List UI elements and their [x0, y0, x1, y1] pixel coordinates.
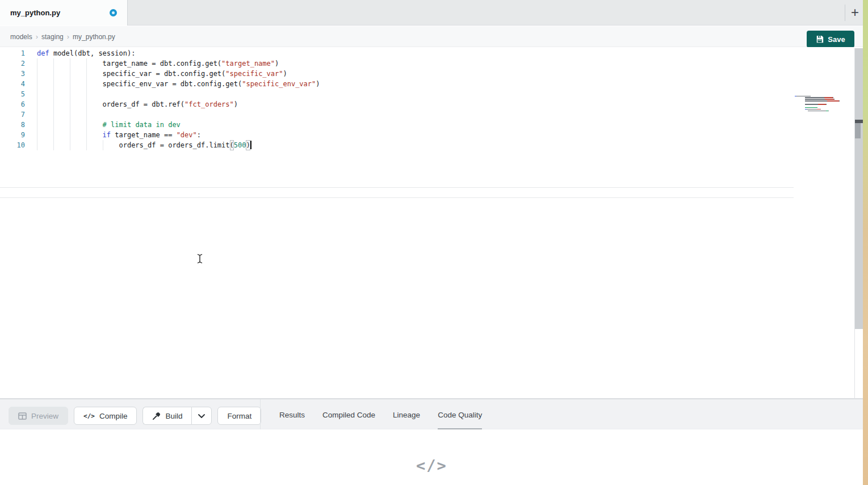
line-number: 7	[0, 109, 25, 120]
new-tab-button[interactable]: +	[848, 3, 862, 22]
indent-guides	[37, 58, 103, 69]
code-token: )	[316, 79, 320, 89]
code-line[interactable]: 8# limit data in dev	[0, 120, 320, 130]
breadcrumb-staging[interactable]: staging	[41, 33, 64, 41]
code-token: (	[230, 140, 234, 150]
line-number: 5	[0, 89, 25, 99]
code-token: "specific_var"	[225, 69, 283, 79]
code-area[interactable]: 1def model(dbt, session):2target_name = …	[0, 48, 320, 150]
minimap[interactable]	[795, 95, 852, 112]
toolbar-divider	[260, 399, 261, 429]
preview-button[interactable]: Preview	[9, 407, 68, 425]
code-token: def	[37, 48, 49, 58]
code-token: specific_env_var = dbt.config.get(	[103, 79, 242, 89]
ide-window: my_python.py + models › staging › my_pyt…	[0, 0, 868, 485]
line-number: 9	[0, 130, 25, 140]
code-line[interactable]: 2target_name = dbt.config.get("target_na…	[0, 58, 320, 69]
save-button[interactable]: Save	[807, 31, 854, 48]
scrollbar-thumb[interactable]	[855, 123, 861, 138]
line-number: 3	[0, 69, 25, 79]
indent-guides	[37, 69, 103, 79]
format-button-label: Format	[227, 412, 251, 420]
save-button-label: Save	[828, 35, 845, 44]
line-number: 6	[0, 99, 25, 109]
code-token: :	[197, 130, 201, 140]
code-token: "dev"	[177, 130, 197, 140]
code-token: 500	[234, 140, 246, 150]
line-number: 10	[0, 140, 25, 150]
code-token: "fct_orders"	[184, 99, 234, 109]
code-line[interactable]: 10orders_df = orders_df.limit(500)	[0, 140, 320, 150]
line-number: 8	[0, 120, 25, 130]
breadcrumb-models[interactable]: models	[10, 33, 32, 41]
panel-tab-lineage[interactable]: Lineage	[393, 399, 420, 430]
code-token: orders_df = dbt.ref(	[103, 99, 185, 109]
indent-guides	[37, 140, 119, 150]
build-button-label: Build	[165, 412, 182, 420]
build-split-button: Build	[142, 407, 212, 425]
compile-button-label: Compile	[99, 412, 128, 420]
indent-guides	[37, 99, 103, 109]
breadcrumb-file[interactable]: my_python.py	[73, 33, 115, 41]
code-editor[interactable]: 1def model(dbt, session):2target_name = …	[0, 47, 863, 399]
panel-tab-results[interactable]: Results	[279, 399, 305, 430]
toolbar-buttons: Preview </> Compile Build	[9, 407, 261, 425]
panel-tab-bar: ResultsCompiled CodeLineageCode Quality	[279, 399, 482, 430]
compile-button[interactable]: </> Compile	[74, 407, 137, 425]
chevron-down-icon	[198, 414, 205, 418]
floppy-disk-icon	[816, 35, 824, 43]
code-line[interactable]: 3specific_var = dbt.config.get("specific…	[0, 69, 320, 79]
results-panel: </>	[0, 429, 863, 485]
preview-button-label: Preview	[31, 412, 58, 420]
editor-scrollbar[interactable]	[855, 48, 863, 329]
text-caret	[250, 141, 251, 149]
code-line[interactable]: 1def model(dbt, session):	[0, 48, 320, 58]
panel-tab-code-quality[interactable]: Code Quality	[438, 399, 482, 430]
code-token: "specific_env_var"	[242, 79, 316, 89]
plus-icon: +	[851, 5, 859, 20]
unsaved-changes-indicator	[110, 9, 117, 16]
file-tab-bar: my_python.py +	[0, 0, 863, 26]
code-token: )	[246, 140, 250, 150]
indent-guides	[37, 109, 103, 120]
code-token: # limit data in dev	[103, 120, 181, 130]
file-tab-my-python[interactable]: my_python.py	[0, 0, 128, 26]
chevron-right-icon: ›	[67, 32, 69, 41]
code-line[interactable]: 6orders_df = dbt.ref("fct_orders")	[0, 99, 320, 109]
build-options-dropdown[interactable]	[191, 407, 212, 425]
code-token: )	[283, 69, 287, 79]
code-line[interactable]: 4specific_env_var = dbt.config.get("spec…	[0, 79, 320, 89]
code-token: orders_df = orders_df.limit	[119, 140, 229, 150]
code-brackets-icon: </>	[83, 412, 95, 420]
code-token: )	[234, 99, 238, 109]
code-token: )	[275, 58, 279, 69]
hammer-icon	[152, 412, 161, 420]
indent-guides	[37, 79, 103, 89]
chevron-right-icon: ›	[36, 32, 38, 41]
breadcrumb-bar: models › staging › my_python.py Save	[0, 26, 863, 47]
code-token: target_name = dbt.config.get(	[103, 58, 222, 69]
code-token: target_name ==	[111, 130, 177, 140]
tabbar-divider	[845, 5, 845, 21]
code-line[interactable]: 9if target_name == "dev":	[0, 130, 320, 140]
code-token: if	[103, 130, 111, 140]
breadcrumb: models › staging › my_python.py	[10, 26, 115, 47]
code-empty-state-icon: </>	[0, 457, 863, 474]
code-line[interactable]: 7	[0, 109, 320, 120]
code-line[interactable]: 5	[0, 89, 320, 99]
panel-tab-compiled-code[interactable]: Compiled Code	[322, 399, 375, 430]
code-token: specific_var = dbt.config.get(	[103, 69, 226, 79]
code-token: "target_name"	[221, 58, 275, 69]
right-accent-strip	[863, 0, 868, 485]
table-icon	[18, 412, 27, 420]
mouse-cursor-ibeam-icon	[196, 254, 203, 266]
file-tab-label: my_python.py	[10, 9, 60, 17]
indent-guides	[37, 130, 103, 140]
minimap-line	[795, 110, 852, 112]
build-button[interactable]: Build	[142, 407, 191, 425]
code-token: model(dbt, session):	[49, 48, 136, 58]
format-button[interactable]: Format	[217, 407, 261, 425]
indent-guides	[37, 89, 103, 99]
current-line-highlight	[0, 187, 794, 198]
line-number: 1	[0, 48, 25, 58]
